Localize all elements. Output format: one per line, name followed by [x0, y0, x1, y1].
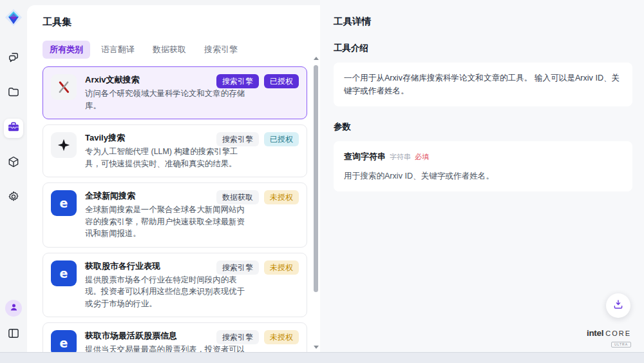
- tool-badges: 搜索引擎 已授权: [216, 132, 299, 146]
- tool-card[interactable]: Arxiv文献搜索 访问各个研究领域大量科学论文和文章的存储库。 搜索引擎 已授…: [43, 66, 307, 119]
- intro-box: 一个用于从Arxiv存储库搜索科学论文和文章的工具。 输入可以是Arxiv ID…: [334, 63, 632, 106]
- list-scrollbar[interactable]: [313, 57, 319, 349]
- tool-description: 全球新闻搜索是一个聚合全球各大新闻网站内容的搜索引擎，帮助用户快速获取全球最新资…: [85, 204, 250, 240]
- tab-3[interactable]: 搜索引擎: [197, 41, 245, 59]
- tavily-star-icon: [51, 132, 77, 158]
- param-description: 用于搜索的Arxiv ID、关键字或作者姓名。: [344, 170, 622, 182]
- sidebar-item-package[interactable]: [4, 153, 23, 173]
- tool-badges: 数据获取 未授权: [216, 190, 299, 204]
- tool-details-panel: 工具详情 工具介绍 一个用于从Arxiv存储库搜索科学论文和文章的工具。 输入可…: [320, 0, 644, 352]
- category-badge: 数据获取: [216, 190, 259, 204]
- bottom-strip: [0, 352, 644, 363]
- sidebar-item-folder[interactable]: [4, 84, 23, 103]
- intro-heading: 工具介绍: [334, 43, 632, 54]
- settings-icon: [7, 190, 20, 206]
- sidebar-item-settings[interactable]: [4, 188, 23, 208]
- intel-core-logo: intel core ultra: [587, 329, 631, 348]
- tab-2[interactable]: 数据获取: [146, 41, 193, 59]
- scrollbar-thumb[interactable]: [314, 65, 318, 292]
- chat-icon: [7, 51, 20, 66]
- sidebar-item-chat[interactable]: [4, 49, 23, 68]
- news-e-logo: e: [51, 190, 77, 216]
- tool-badges: 搜索引擎 已授权: [216, 74, 299, 88]
- app-window: 工具集 所有类别语言翻译数据获取搜索引擎 Arxiv文献搜索 访问各个研究领域大…: [0, 0, 644, 352]
- page-title: 工具集: [43, 16, 305, 28]
- toolbox-icon: [7, 121, 20, 136]
- category-badge: 搜索引擎: [216, 330, 259, 344]
- tool-badges: 搜索引擎 未授权: [216, 260, 299, 275]
- sidebar-nav: [4, 49, 23, 208]
- category-badge: 搜索引擎: [216, 132, 259, 146]
- download-button[interactable]: [606, 293, 630, 318]
- category-badge: 搜索引擎: [216, 260, 259, 275]
- status-badge: 未授权: [264, 190, 299, 204]
- tool-card[interactable]: Tavily搜索 专为人工智能代理 (LLM) 构建的搜索引擎工具，可快速提供实…: [43, 124, 307, 177]
- sidebar-item-layout-panel[interactable]: [4, 325, 23, 344]
- tool-badges: 搜索引擎 未授权: [216, 330, 299, 344]
- tab-1[interactable]: 语言翻译: [94, 41, 142, 59]
- scroll-up-arrow[interactable]: [314, 57, 319, 60]
- category-badge: 搜索引擎: [216, 74, 259, 88]
- param-type: 字符串: [390, 153, 411, 161]
- folder-icon: [7, 86, 20, 101]
- sidebar-item-user-avatar[interactable]: [5, 300, 22, 317]
- toolset-panel: 工具集 所有类别语言翻译数据获取搜索引擎 Arxiv文献搜索 访问各个研究领域大…: [27, 5, 320, 352]
- param-name: 查询字符串: [344, 152, 386, 161]
- app-gem-logo: [4, 8, 23, 30]
- param-header: 查询字符串字符串必填: [344, 150, 622, 164]
- details-title: 工具详情: [334, 15, 632, 28]
- param-box: 查询字符串字符串必填 用于搜索的Arxiv ID、关键字或作者姓名。: [334, 141, 632, 191]
- scroll-down-arrow[interactable]: [314, 346, 319, 349]
- tool-card-list: Arxiv文献搜索 访问各个研究领域大量科学论文和文章的存储库。 搜索引擎 已授…: [43, 66, 307, 363]
- layout-panel-icon: [7, 327, 20, 342]
- status-badge: 已授权: [264, 132, 299, 146]
- news-e-logo: e: [51, 260, 77, 286]
- screen: 工具集 所有类别语言翻译数据获取搜索引擎 Arxiv文献搜索 访问各个研究领域大…: [0, 0, 644, 363]
- download-icon: [612, 299, 624, 313]
- tool-card[interactable]: e 全球新闻搜索 全球新闻搜索是一个聚合全球各大新闻网站内容的搜索引擎，帮助用户…: [43, 182, 307, 248]
- sidebar-bottom: [4, 300, 23, 344]
- brand-word-core: core: [605, 330, 631, 337]
- category-tabs: 所有类别语言翻译数据获取搜索引擎: [43, 41, 305, 59]
- arxiv-logo: [51, 74, 77, 100]
- status-badge: 未授权: [264, 260, 299, 275]
- tab-0[interactable]: 所有类别: [43, 41, 90, 59]
- status-badge: 未授权: [264, 330, 299, 344]
- user-avatar-icon: [9, 302, 19, 315]
- package-icon: [7, 155, 20, 171]
- tool-description: 访问各个研究领域大量科学论文和文章的存储库。: [85, 88, 250, 112]
- params-heading: 参数: [334, 121, 632, 133]
- brand-badge-ultra: ultra: [611, 342, 631, 348]
- tool-description: 专为人工智能代理 (LLM) 构建的搜索引擎工具，可快速提供实时、准确和真实的结…: [85, 146, 250, 170]
- brand-word-intel: intel: [587, 329, 603, 338]
- tool-card[interactable]: e 获取股市各行业表现 提供股票市场各个行业在特定时间段内的表现。投资者可以利用…: [43, 253, 307, 318]
- param-required-label: 必填: [415, 153, 429, 161]
- tool-description: 提供股票市场各个行业在特定时间段内的表现。投资者可以利用这些信息来识别表现优于或…: [85, 274, 250, 310]
- status-badge: 已授权: [264, 74, 299, 88]
- sidebar-item-toolbox[interactable]: [4, 119, 23, 138]
- intro-text: 一个用于从Arxiv存储库搜索科学论文和文章的工具。 输入可以是Arxiv ID…: [344, 74, 620, 95]
- sidebar: [0, 0, 27, 352]
